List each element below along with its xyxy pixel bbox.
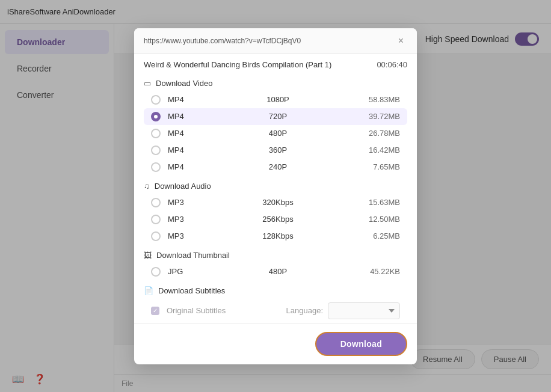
modal-footer: Download	[134, 323, 417, 364]
modal-url: https://www.youtube.com/watch?v=wTcfDCjB…	[144, 37, 390, 45]
format-mp3-320: MP3	[168, 198, 198, 207]
subtitles-icon: 📄	[144, 286, 153, 295]
download-modal: https://www.youtube.com/watch?v=wTcfDCjB…	[134, 28, 417, 364]
format-360p: MP4	[168, 145, 198, 155]
language-label: Language:	[286, 306, 323, 315]
audio-option-256kbps[interactable]: MP3 256Kbps 12.50MB	[144, 211, 407, 228]
video-duration: 00:06:40	[377, 60, 407, 69]
video-option-360p[interactable]: MP4 360P 16.42MB	[144, 142, 407, 159]
modal-overlay: https://www.youtube.com/watch?v=wTcfDCjB…	[0, 0, 551, 392]
size-1080p: 58.83MB	[358, 95, 400, 104]
video-option-720p[interactable]: MP4 720P 39.72MB	[144, 108, 407, 125]
language-section: Language:	[286, 302, 400, 319]
radio-jpg[interactable]	[151, 267, 161, 277]
format-720p: MP4	[168, 112, 198, 121]
size-360p: 16.42MB	[358, 145, 400, 155]
audio-option-320kbps[interactable]: MP3 320Kbps 15.63MB	[144, 194, 407, 211]
audio-section-label: Download Audio	[155, 182, 211, 191]
radio-720p[interactable]	[151, 112, 161, 121]
subtitles-section-label: Download Subtitles	[158, 286, 225, 295]
video-title: Weird & Wonderful Dancing Birds Compilat…	[144, 60, 331, 69]
size-720p: 39.72MB	[358, 112, 400, 121]
format-jpg: JPG	[168, 267, 198, 276]
radio-480p[interactable]	[151, 129, 161, 138]
video-option-240p[interactable]: MP4 240P 7.65MB	[144, 159, 407, 176]
size-320kbps: 15.63MB	[358, 198, 400, 207]
subtitle-row: Original Subtitles Language:	[144, 299, 407, 323]
original-subtitles-label: Original Subtitles	[167, 306, 226, 315]
format-mp3-128: MP3	[168, 231, 198, 240]
video-section-label: Download Video	[156, 79, 212, 88]
audio-option-128kbps[interactable]: MP3 128Kbps 6.25MB	[144, 228, 407, 245]
modal-close-button[interactable]: ×	[395, 34, 407, 47]
format-240p: MP4	[168, 162, 198, 171]
modal-title-bar: https://www.youtube.com/watch?v=wTcfDCjB…	[134, 28, 417, 54]
language-select[interactable]	[328, 302, 400, 319]
thumbnail-section-header: 🖼 Download Thumbnail	[144, 245, 407, 263]
thumbnail-icon: 🖼	[144, 251, 152, 260]
size-jpg: 45.22KB	[358, 267, 400, 276]
format-mp3-256: MP3	[168, 215, 198, 224]
quality-480p: 480P	[205, 129, 351, 138]
quality-240p: 240P	[205, 162, 351, 171]
size-128kbps: 6.25MB	[358, 231, 400, 240]
modal-body: ▭ Download Video MP4 1080P 58.83MB MP4 7…	[134, 73, 417, 323]
quality-jpg: 480P	[205, 267, 351, 276]
size-240p: 7.65MB	[358, 162, 400, 171]
quality-128kbps: 128Kbps	[205, 231, 351, 240]
app-window: iShareSoftware AniDownloader Downloader …	[0, 0, 551, 392]
video-option-1080p[interactable]: MP4 1080P 58.83MB	[144, 91, 407, 108]
radio-1080p[interactable]	[151, 95, 161, 105]
radio-320kbps[interactable]	[151, 198, 161, 207]
quality-720p: 720P	[205, 112, 351, 121]
quality-256kbps: 256Kbps	[205, 215, 351, 224]
quality-1080p: 1080P	[205, 95, 351, 104]
video-title-row: Weird & Wonderful Dancing Birds Compilat…	[134, 54, 417, 73]
video-section-header: ▭ Download Video	[144, 73, 407, 91]
size-256kbps: 12.50MB	[358, 215, 400, 224]
size-480p: 26.78MB	[358, 129, 400, 138]
format-1080p: MP4	[168, 95, 198, 104]
thumbnail-option-jpg[interactable]: JPG 480P 45.22KB	[144, 263, 407, 280]
thumbnail-section-label: Download Thumbnail	[156, 251, 230, 260]
quality-320kbps: 320Kbps	[205, 198, 351, 207]
format-480p: MP4	[168, 129, 198, 138]
radio-128kbps[interactable]	[151, 231, 161, 241]
download-button[interactable]: Download	[315, 332, 407, 356]
audio-icon: ♫	[144, 182, 150, 191]
radio-360p[interactable]	[151, 145, 161, 155]
video-icon: ▭	[144, 79, 151, 88]
video-option-480p[interactable]: MP4 480P 26.78MB	[144, 125, 407, 142]
quality-360p: 360P	[205, 145, 351, 155]
radio-256kbps[interactable]	[151, 215, 161, 224]
audio-section-header: ♫ Download Audio	[144, 176, 407, 194]
subtitles-section-header: 📄 Download Subtitles	[144, 280, 407, 299]
radio-240p[interactable]	[151, 162, 161, 172]
original-subtitles-checkbox[interactable]	[151, 307, 159, 315]
